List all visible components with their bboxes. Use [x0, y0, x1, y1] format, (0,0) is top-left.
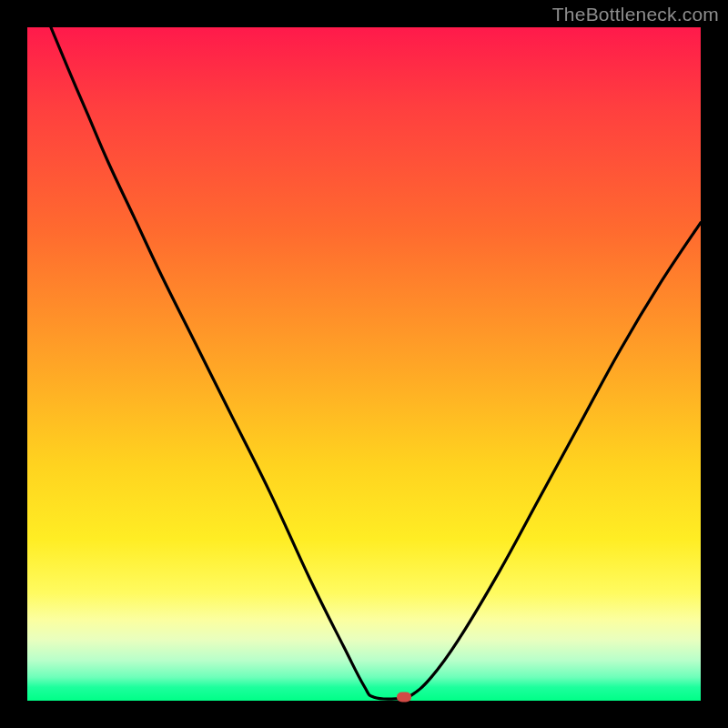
bottleneck-curve: [27, 27, 701, 701]
plot-area: [27, 27, 701, 701]
watermark-text: TheBottleneck.com: [552, 4, 719, 25]
chart-frame: TheBottleneck.com: [0, 0, 728, 728]
optimal-point-marker: [397, 693, 411, 703]
